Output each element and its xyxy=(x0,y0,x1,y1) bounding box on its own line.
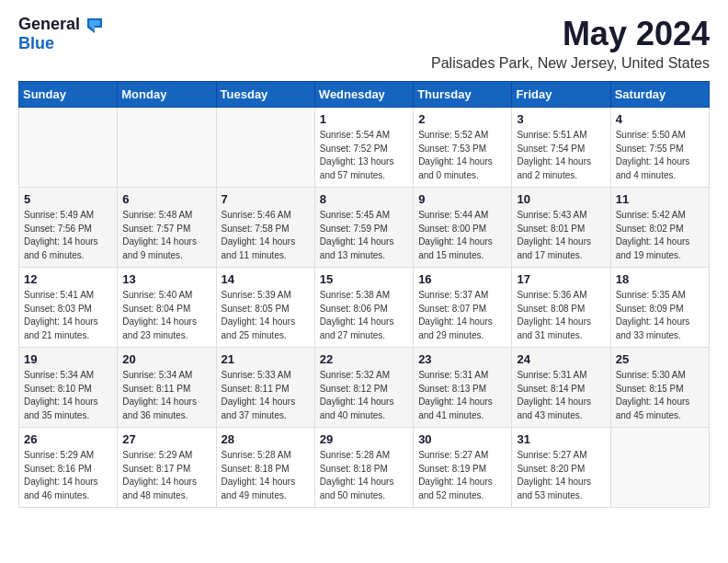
calendar-cell xyxy=(610,428,709,508)
calendar-week-row: 5Sunrise: 5:49 AM Sunset: 7:56 PM Daylig… xyxy=(19,188,710,268)
day-info: Sunrise: 5:46 AM Sunset: 7:58 PM Dayligh… xyxy=(222,209,310,262)
header: General Blue May 2024 Palisades Park, Ne… xyxy=(18,15,710,72)
calendar-cell: 8Sunrise: 5:45 AM Sunset: 7:59 PM Daylig… xyxy=(314,188,413,268)
day-number: 22 xyxy=(320,352,408,366)
calendar-cell: 30Sunrise: 5:27 AM Sunset: 8:19 PM Dayli… xyxy=(414,428,512,508)
day-info: Sunrise: 5:52 AM Sunset: 7:53 PM Dayligh… xyxy=(418,129,506,182)
day-number: 29 xyxy=(320,432,408,446)
day-number: 6 xyxy=(122,192,210,206)
calendar-cell: 7Sunrise: 5:46 AM Sunset: 7:58 PM Daylig… xyxy=(216,188,314,268)
calendar-cell: 25Sunrise: 5:30 AM Sunset: 8:15 PM Dayli… xyxy=(610,348,709,428)
day-number: 11 xyxy=(616,192,704,206)
day-number: 18 xyxy=(616,272,704,286)
day-info: Sunrise: 5:34 AM Sunset: 8:10 PM Dayligh… xyxy=(24,369,112,422)
calendar-cell: 27Sunrise: 5:29 AM Sunset: 8:17 PM Dayli… xyxy=(118,428,216,508)
day-info: Sunrise: 5:38 AM Sunset: 8:06 PM Dayligh… xyxy=(320,289,408,342)
calendar-week-row: 19Sunrise: 5:34 AM Sunset: 8:10 PM Dayli… xyxy=(19,348,710,428)
day-info: Sunrise: 5:44 AM Sunset: 8:00 PM Dayligh… xyxy=(418,209,506,262)
day-number: 24 xyxy=(517,352,605,366)
title-block: May 2024 Palisades Park, New Jersey, Uni… xyxy=(431,15,710,72)
calendar-header: SundayMondayTuesdayWednesdayThursdayFrid… xyxy=(19,82,710,108)
day-info: Sunrise: 5:34 AM Sunset: 8:11 PM Dayligh… xyxy=(122,369,210,422)
day-info: Sunrise: 5:28 AM Sunset: 8:18 PM Dayligh… xyxy=(320,449,408,502)
day-info: Sunrise: 5:33 AM Sunset: 8:11 PM Dayligh… xyxy=(222,369,310,422)
calendar-cell: 20Sunrise: 5:34 AM Sunset: 8:11 PM Dayli… xyxy=(118,348,216,428)
day-info: Sunrise: 5:40 AM Sunset: 8:04 PM Dayligh… xyxy=(122,289,210,342)
logo: General Blue xyxy=(18,15,102,53)
month-year: May 2024 xyxy=(431,15,710,53)
day-number: 28 xyxy=(222,432,310,446)
calendar-cell: 21Sunrise: 5:33 AM Sunset: 8:11 PM Dayli… xyxy=(216,348,314,428)
day-number: 17 xyxy=(517,272,605,286)
day-info: Sunrise: 5:30 AM Sunset: 8:15 PM Dayligh… xyxy=(616,369,704,422)
calendar-week-row: 1Sunrise: 5:54 AM Sunset: 7:52 PM Daylig… xyxy=(19,108,710,188)
day-info: Sunrise: 5:28 AM Sunset: 8:18 PM Dayligh… xyxy=(222,449,310,502)
day-number: 9 xyxy=(418,192,506,206)
calendar-table: SundayMondayTuesdayWednesdayThursdayFrid… xyxy=(18,81,710,508)
calendar-body: 1Sunrise: 5:54 AM Sunset: 7:52 PM Daylig… xyxy=(19,108,710,508)
weekday-row: SundayMondayTuesdayWednesdayThursdayFrid… xyxy=(19,82,710,108)
day-info: Sunrise: 5:27 AM Sunset: 8:19 PM Dayligh… xyxy=(418,449,506,502)
day-number: 20 xyxy=(122,352,210,366)
calendar-cell xyxy=(19,108,118,188)
weekday-header: Tuesday xyxy=(216,82,314,108)
day-info: Sunrise: 5:31 AM Sunset: 8:13 PM Dayligh… xyxy=(418,369,506,422)
calendar-cell: 1Sunrise: 5:54 AM Sunset: 7:52 PM Daylig… xyxy=(314,108,413,188)
weekday-header: Friday xyxy=(512,82,610,108)
day-number: 15 xyxy=(320,272,408,286)
day-number: 3 xyxy=(517,112,605,126)
day-info: Sunrise: 5:50 AM Sunset: 7:55 PM Dayligh… xyxy=(616,129,704,182)
day-info: Sunrise: 5:37 AM Sunset: 8:07 PM Dayligh… xyxy=(418,289,506,342)
calendar-cell: 12Sunrise: 5:41 AM Sunset: 8:03 PM Dayli… xyxy=(19,268,118,348)
day-number: 27 xyxy=(122,432,210,446)
calendar-container: General Blue May 2024 Palisades Park, Ne… xyxy=(0,0,728,523)
day-info: Sunrise: 5:45 AM Sunset: 7:59 PM Dayligh… xyxy=(320,209,408,262)
calendar-cell: 18Sunrise: 5:35 AM Sunset: 8:09 PM Dayli… xyxy=(610,268,709,348)
calendar-cell: 22Sunrise: 5:32 AM Sunset: 8:12 PM Dayli… xyxy=(314,348,413,428)
logo-icon xyxy=(82,17,102,33)
day-info: Sunrise: 5:42 AM Sunset: 8:02 PM Dayligh… xyxy=(616,209,704,262)
day-info: Sunrise: 5:41 AM Sunset: 8:03 PM Dayligh… xyxy=(24,289,112,342)
day-info: Sunrise: 5:39 AM Sunset: 8:05 PM Dayligh… xyxy=(222,289,310,342)
day-number: 30 xyxy=(418,432,506,446)
weekday-header: Wednesday xyxy=(314,82,413,108)
day-info: Sunrise: 5:36 AM Sunset: 8:08 PM Dayligh… xyxy=(517,289,605,342)
calendar-cell: 16Sunrise: 5:37 AM Sunset: 8:07 PM Dayli… xyxy=(414,268,512,348)
calendar-cell: 10Sunrise: 5:43 AM Sunset: 8:01 PM Dayli… xyxy=(512,188,610,268)
day-number: 2 xyxy=(418,112,506,126)
day-info: Sunrise: 5:29 AM Sunset: 8:16 PM Dayligh… xyxy=(24,449,112,502)
calendar-cell: 26Sunrise: 5:29 AM Sunset: 8:16 PM Dayli… xyxy=(19,428,118,508)
day-number: 26 xyxy=(24,432,112,446)
day-number: 13 xyxy=(122,272,210,286)
calendar-week-row: 12Sunrise: 5:41 AM Sunset: 8:03 PM Dayli… xyxy=(19,268,710,348)
logo-blue-text: Blue xyxy=(18,34,54,53)
calendar-cell: 2Sunrise: 5:52 AM Sunset: 7:53 PM Daylig… xyxy=(414,108,512,188)
day-number: 1 xyxy=(320,112,408,126)
day-info: Sunrise: 5:43 AM Sunset: 8:01 PM Dayligh… xyxy=(517,209,605,262)
calendar-cell: 14Sunrise: 5:39 AM Sunset: 8:05 PM Dayli… xyxy=(216,268,314,348)
calendar-cell: 4Sunrise: 5:50 AM Sunset: 7:55 PM Daylig… xyxy=(610,108,709,188)
day-info: Sunrise: 5:29 AM Sunset: 8:17 PM Dayligh… xyxy=(122,449,210,502)
day-number: 12 xyxy=(24,272,112,286)
day-number: 10 xyxy=(517,192,605,206)
calendar-cell: 15Sunrise: 5:38 AM Sunset: 8:06 PM Dayli… xyxy=(314,268,413,348)
day-number: 31 xyxy=(517,432,605,446)
logo-text: General xyxy=(18,15,102,34)
weekday-header: Thursday xyxy=(414,82,512,108)
logo-blue: Blue xyxy=(18,34,54,52)
day-number: 23 xyxy=(418,352,506,366)
day-info: Sunrise: 5:31 AM Sunset: 8:14 PM Dayligh… xyxy=(517,369,605,422)
calendar-cell: 5Sunrise: 5:49 AM Sunset: 7:56 PM Daylig… xyxy=(19,188,118,268)
calendar-cell: 11Sunrise: 5:42 AM Sunset: 8:02 PM Dayli… xyxy=(610,188,709,268)
day-info: Sunrise: 5:54 AM Sunset: 7:52 PM Dayligh… xyxy=(320,129,408,182)
calendar-cell: 29Sunrise: 5:28 AM Sunset: 8:18 PM Dayli… xyxy=(314,428,413,508)
day-number: 25 xyxy=(616,352,704,366)
calendar-cell: 19Sunrise: 5:34 AM Sunset: 8:10 PM Dayli… xyxy=(19,348,118,428)
day-number: 4 xyxy=(616,112,704,126)
calendar-cell: 3Sunrise: 5:51 AM Sunset: 7:54 PM Daylig… xyxy=(512,108,610,188)
calendar-cell: 6Sunrise: 5:48 AM Sunset: 7:57 PM Daylig… xyxy=(118,188,216,268)
day-number: 21 xyxy=(222,352,310,366)
calendar-cell: 17Sunrise: 5:36 AM Sunset: 8:08 PM Dayli… xyxy=(512,268,610,348)
weekday-header: Sunday xyxy=(19,82,118,108)
day-number: 7 xyxy=(222,192,310,206)
